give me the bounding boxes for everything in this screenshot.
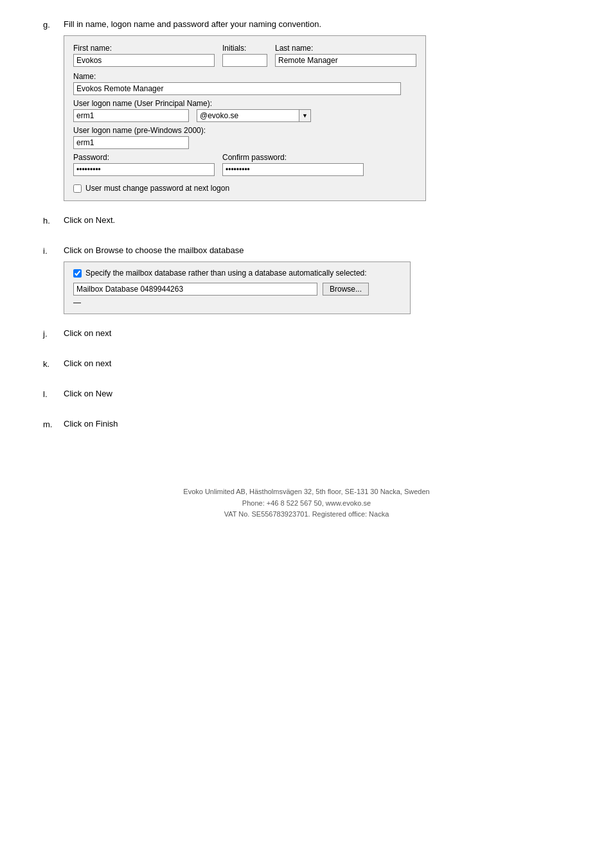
footer-line3: VAT No. SE556783923701. Registered offic… — [43, 509, 570, 520]
mailbox-specify-checkbox[interactable] — [73, 269, 82, 278]
mailbox-db-row: Browse... — [73, 283, 401, 296]
upn-section: User logon name (User Principal Name): ▼ — [73, 99, 416, 122]
confirm-password-group: Confirm password: — [222, 153, 364, 176]
step-k: k. Click on next — [43, 359, 570, 375]
footer-line2: Phone: +46 8 522 567 50, www.evoko.se — [43, 498, 570, 509]
mailbox-specify-label: Specify the mailbox database rather than… — [85, 269, 367, 278]
change-password-label: User must change password at next logon — [85, 184, 229, 193]
footer-line1: Evoko Unlimited AB, Hästholmsvägen 32, 5… — [43, 486, 570, 498]
step-j-body: Click on next — [64, 328, 570, 344]
change-password-row: User must change password at next logon — [73, 181, 416, 194]
step-j-text: Click on next — [64, 328, 570, 338]
step-m: m. Click on Finish — [43, 419, 570, 435]
confirm-password-input[interactable] — [222, 163, 364, 176]
step-i-body: Click on Browse to choose the mailbox da… — [64, 245, 570, 314]
step-i-text: Click on Browse to choose the mailbox da… — [64, 245, 570, 255]
step-l-text: Click on New — [64, 389, 570, 398]
last-name-input[interactable] — [275, 54, 416, 67]
mailbox-dash: — — [73, 298, 401, 307]
name-input[interactable] — [73, 82, 401, 95]
step-g-letter: g. — [43, 19, 64, 30]
confirm-password-label: Confirm password: — [222, 153, 364, 162]
change-password-checkbox[interactable] — [73, 184, 82, 193]
domain-wrapper: ▼ — [197, 109, 311, 122]
password-input[interactable] — [73, 163, 215, 176]
initials-group: Initials: — [222, 44, 267, 67]
step-j-letter: j. — [43, 328, 64, 339]
step-h-text: Click on Next. — [64, 215, 570, 225]
initials-input[interactable] — [222, 54, 267, 67]
step-g: g. Fill in name, logon name and password… — [43, 19, 570, 201]
step-j: j. Click on next — [43, 328, 570, 344]
password-label: Password: — [73, 153, 215, 162]
step-m-letter: m. — [43, 419, 64, 429]
user-form-panel: First name: Initials: Last name: Name: — [64, 35, 426, 201]
name-row: First name: Initials: Last name: — [73, 44, 416, 67]
last-name-label: Last name: — [275, 44, 416, 53]
last-name-group: Last name: — [275, 44, 416, 67]
password-group: Password: — [73, 153, 215, 176]
step-m-text: Click on Finish — [64, 419, 570, 429]
prewin-label: User logon name (pre-Windows 2000): — [73, 126, 416, 135]
initials-label: Initials: — [222, 44, 267, 53]
step-k-body: Click on next — [64, 359, 570, 375]
upn-input[interactable] — [73, 109, 189, 122]
step-k-text: Click on next — [64, 359, 570, 368]
full-name-section: Name: — [73, 72, 416, 95]
browse-button[interactable]: Browse... — [323, 283, 369, 296]
domain-dropdown-arrow[interactable]: ▼ — [299, 109, 311, 122]
name-label: Name: — [73, 72, 416, 81]
step-i: i. Click on Browse to choose the mailbox… — [43, 245, 570, 314]
mailbox-panel: Specify the mailbox database rather than… — [64, 261, 411, 314]
footer: Evoko Unlimited AB, Hästholmsvägen 32, 5… — [43, 486, 570, 520]
step-k-letter: k. — [43, 359, 64, 369]
step-h-body: Click on Next. — [64, 215, 570, 231]
step-h-letter: h. — [43, 215, 64, 226]
step-m-body: Click on Finish — [64, 419, 570, 435]
mailbox-db-input[interactable] — [73, 283, 317, 296]
step-g-text: Fill in name, logon name and password af… — [64, 19, 570, 29]
first-name-group: First name: — [73, 44, 215, 67]
step-l: l. Click on New — [43, 389, 570, 405]
upn-label: User logon name (User Principal Name): — [73, 99, 416, 108]
first-name-input[interactable] — [73, 54, 215, 67]
step-g-body: Fill in name, logon name and password af… — [64, 19, 570, 201]
first-name-label: First name: — [73, 44, 215, 53]
upn-row: ▼ — [73, 109, 416, 122]
domain-input[interactable] — [197, 109, 299, 122]
password-row: Password: Confirm password: — [73, 153, 416, 176]
step-l-letter: l. — [43, 389, 64, 399]
step-h: h. Click on Next. — [43, 215, 570, 231]
step-i-letter: i. — [43, 245, 64, 256]
page-content: g. Fill in name, logon name and password… — [43, 19, 570, 520]
step-l-body: Click on New — [64, 389, 570, 405]
prewin-section: User logon name (pre-Windows 2000): — [73, 126, 416, 149]
prewin-input[interactable] — [73, 136, 189, 149]
mailbox-checkbox-row: Specify the mailbox database rather than… — [73, 269, 401, 278]
